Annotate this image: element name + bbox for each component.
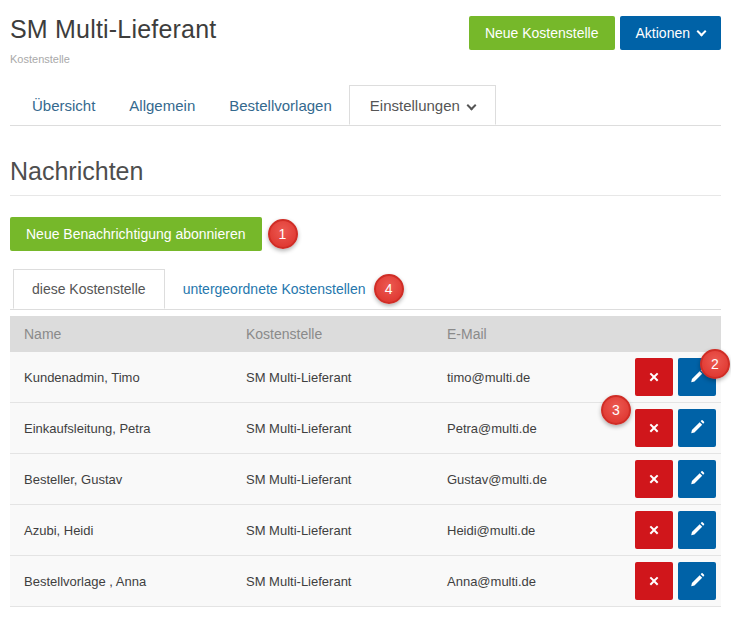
row-actions — [635, 562, 716, 600]
cell-email: timo@multi.de — [447, 370, 635, 385]
chevron-down-icon — [697, 27, 707, 37]
tab-allgemein[interactable]: Allgemein — [112, 85, 212, 125]
cell-kostenstelle: SM Multi-Lieferant — [246, 574, 447, 589]
table-row: Bestellvorlage , Anna SM Multi-Lieferant… — [10, 556, 721, 607]
subtab-diese-kostenstelle[interactable]: diese Kostenstelle — [13, 269, 165, 309]
table-row: Azubi, Heidi SM Multi-Lieferant Heidi@mu… — [10, 505, 721, 556]
page-header: SM Multi-Lieferant Kostenstelle Neue Kos… — [10, 0, 721, 66]
tab-bestellvorlagen[interactable]: Bestellvorlagen — [212, 85, 349, 125]
notifications-table: Name Kostenstelle E-Mail Kundenadmin, Ti… — [10, 316, 721, 607]
cell-email: Gustav@multi.de — [447, 472, 635, 487]
header-actions: Neue Kostenstelle Aktionen — [469, 16, 721, 66]
edit-button[interactable] — [678, 460, 716, 498]
table-header-row: Name Kostenstelle E-Mail — [10, 316, 721, 352]
cell-name: Bestellvorlage , Anna — [24, 574, 246, 589]
x-icon — [647, 472, 661, 486]
cell-name: Kundenadmin, Timo — [24, 370, 246, 385]
annotation-badge-2: 2 — [700, 349, 730, 379]
edit-button[interactable] — [678, 409, 716, 447]
row-actions — [635, 409, 716, 447]
table-row: Besteller, Gustav SM Multi-Lieferant Gus… — [10, 454, 721, 505]
cell-kostenstelle: SM Multi-Lieferant — [246, 472, 447, 487]
page-subtitle: Kostenstelle — [10, 53, 216, 66]
annotation-badge-3: 3 — [601, 395, 631, 425]
pencil-icon — [689, 522, 705, 538]
pencil-icon — [689, 420, 705, 436]
row-actions: 2 3 — [635, 358, 716, 396]
tab-einstellungen[interactable]: Einstellungen — [349, 85, 496, 125]
page-title: SM Multi-Lieferant — [10, 14, 216, 44]
subscribe-notification-button[interactable]: Neue Benachrichtigung abonnieren — [10, 217, 262, 251]
delete-button[interactable] — [635, 460, 673, 498]
actions-button[interactable]: Aktionen — [620, 16, 721, 50]
x-icon — [647, 370, 661, 384]
cell-name: Einkaufsleitung, Petra — [24, 421, 246, 436]
delete-button[interactable] — [635, 562, 673, 600]
new-cost-center-button[interactable]: Neue Kostenstelle — [469, 16, 615, 50]
subtab-untergeordnete-kostenstellen[interactable]: untergeordnete Kostenstellen — [165, 269, 384, 309]
delete-button[interactable] — [635, 511, 673, 549]
pencil-icon — [689, 573, 705, 589]
annotation-badge-4: 4 — [374, 274, 404, 304]
page: SM Multi-Lieferant Kostenstelle Neue Kos… — [0, 0, 731, 607]
chevron-down-icon — [466, 100, 476, 110]
column-header-name: Name — [24, 326, 246, 342]
cell-email: Petra@multi.de — [447, 421, 635, 436]
subscribe-row: Neue Benachrichtigung abonnieren 1 — [10, 217, 721, 251]
column-header-kostenstelle: Kostenstelle — [246, 326, 447, 342]
sub-tab-bar: diese Kostenstelle untergeordnete Kosten… — [10, 269, 721, 310]
column-header-email: E-Mail — [447, 326, 716, 342]
cell-name: Azubi, Heidi — [24, 523, 246, 538]
tab-einstellungen-label: Einstellungen — [370, 97, 460, 114]
cell-kostenstelle: SM Multi-Lieferant — [246, 421, 447, 436]
x-icon — [647, 523, 661, 537]
x-icon — [647, 574, 661, 588]
x-icon — [647, 421, 661, 435]
actions-button-label: Aktionen — [636, 25, 690, 41]
row-actions — [635, 511, 716, 549]
row-actions — [635, 460, 716, 498]
cell-kostenstelle: SM Multi-Lieferant — [246, 523, 447, 538]
title-block: SM Multi-Lieferant Kostenstelle — [10, 14, 216, 66]
cell-email: Anna@multi.de — [447, 574, 635, 589]
edit-button[interactable] — [678, 562, 716, 600]
section-heading: Nachrichten — [10, 156, 721, 196]
annotation-badge-1: 1 — [268, 219, 298, 249]
table-row: Kundenadmin, Timo SM Multi-Lieferant tim… — [10, 352, 721, 403]
delete-button[interactable] — [635, 358, 673, 396]
edit-button[interactable] — [678, 511, 716, 549]
cell-name: Besteller, Gustav — [24, 472, 246, 487]
main-tab-bar: Übersicht Allgemein Bestellvorlagen Eins… — [10, 85, 721, 126]
delete-button[interactable] — [635, 409, 673, 447]
pencil-icon — [689, 471, 705, 487]
cell-email: Heidi@multi.de — [447, 523, 635, 538]
cell-kostenstelle: SM Multi-Lieferant — [246, 370, 447, 385]
tab-uebersicht[interactable]: Übersicht — [15, 85, 112, 125]
